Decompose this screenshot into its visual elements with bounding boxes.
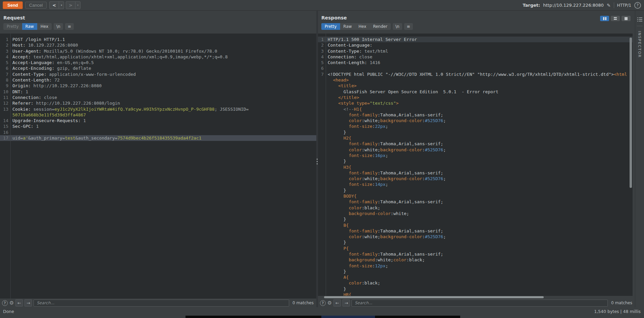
cancel-button[interactable]: Cancel	[25, 2, 47, 9]
response-search-input[interactable]	[352, 300, 608, 307]
code-line: font-family:Tahoma,Arial,sans-serif;	[318, 251, 633, 257]
search-help-icon[interactable]: ?	[2, 300, 8, 306]
line-number: 13	[0, 106, 10, 112]
code-line: 10DNT: 1	[0, 89, 316, 95]
search-next-button[interactable]: →	[342, 299, 350, 307]
code-line: 7Content-Type: application/x-www-form-ur…	[0, 71, 316, 77]
line-number	[318, 228, 326, 234]
layout-single-button[interactable]	[622, 16, 631, 21]
sidebar-separator	[637, 26, 643, 26]
tab-pretty[interactable]: Pretty	[3, 23, 22, 30]
edit-target-icon[interactable]: ✎	[607, 3, 611, 8]
response-match-count: 0 matches	[611, 301, 632, 305]
code-line: }	[318, 286, 633, 292]
line-number	[0, 112, 10, 118]
request-editor[interactable]: 1POST /login HTTP/1.12Host: 10.129.227.2…	[0, 34, 316, 299]
response-menu-icon[interactable]: ≡	[404, 23, 413, 30]
code-line: background-color:white;	[318, 211, 633, 216]
inspector-collapse-icon[interactable]	[637, 17, 642, 21]
inspector-label[interactable]: INSPECTOR	[637, 31, 642, 58]
code-line: font-size:12px;	[318, 263, 633, 269]
line-number: 4	[318, 54, 326, 60]
search-next-button[interactable]: →	[24, 299, 32, 307]
line-number: 3	[318, 48, 326, 54]
code-line: 16	[0, 129, 316, 135]
code-line: color:white;background-color:#525D76;	[318, 118, 633, 123]
tab-raw[interactable]: Raw	[22, 23, 37, 30]
request-search-bar: ? ⚙ ← → 0 matches	[0, 299, 316, 307]
code-line: font-family:Tahoma,Arial,sans-serif;	[318, 228, 633, 234]
request-match-count: 0 matches	[292, 301, 314, 305]
http-version-selector[interactable]: HTTP/1	[617, 3, 631, 8]
tab-render[interactable]: Render	[370, 23, 391, 30]
history-forward-split-button[interactable]: > ▾	[66, 1, 80, 9]
tab-hex[interactable]: Hex	[37, 23, 52, 30]
layout-buttons	[600, 16, 631, 21]
line-number: 16	[0, 129, 10, 135]
code-line: font-size:14px;	[318, 181, 633, 187]
line-number: 17	[0, 135, 10, 141]
line-number	[318, 112, 326, 118]
request-panel: Request PrettyRawHex \n ≡ 1POST /login H…	[0, 11, 316, 307]
code-line: color:black;	[318, 205, 633, 211]
line-number	[318, 176, 326, 181]
history-back-caret-icon[interactable]: ▾	[59, 2, 64, 9]
line-number	[318, 199, 326, 205]
layout-columns-button[interactable]	[600, 16, 609, 21]
tab-raw[interactable]: Raw	[340, 23, 355, 30]
send-button[interactable]: Send	[3, 1, 23, 9]
search-help-icon[interactable]: ?	[320, 300, 326, 306]
code-line: 12Referer: http://10.129.227.226:8080/lo…	[0, 100, 316, 106]
response-panel-title: Response	[321, 15, 347, 20]
code-line: 13Cookie: session=eyJ1c2VyX2lkIjoiYWRtaW…	[0, 106, 316, 112]
response-newline-toggle[interactable]: \n	[393, 23, 402, 30]
line-number	[318, 263, 326, 269]
code-line: A{	[318, 274, 633, 280]
tab-pretty[interactable]: Pretty	[321, 23, 340, 30]
line-number	[318, 106, 326, 112]
line-number	[318, 129, 326, 135]
response-editor[interactable]: 1HTTP/1.1 500 Internal Server Error2Cont…	[318, 34, 633, 299]
line-number: 8	[0, 77, 10, 83]
request-search-input[interactable]	[34, 300, 289, 307]
code-line: 4Accept: text/html,application/xhtml+xml…	[0, 54, 316, 60]
line-number	[318, 188, 326, 193]
gutter-separator	[10, 34, 11, 299]
code-line: 17uid=a'&auth_primary=test&auth_secondar…	[0, 135, 316, 141]
line-number	[318, 269, 326, 274]
code-line: font-family:Tahoma,Arial,sans-serif;	[318, 112, 633, 118]
search-settings-icon[interactable]: ⚙	[9, 301, 14, 306]
history-back-icon[interactable]: <	[50, 2, 59, 9]
code-line: color:white;background-color:#525D76;	[318, 234, 633, 240]
line-number	[318, 118, 326, 123]
layout-rows-button[interactable]	[611, 16, 620, 21]
divider-grip-icon[interactable]	[317, 159, 318, 164]
search-prev-button[interactable]: ←	[333, 299, 341, 307]
history-forward-icon[interactable]: >	[66, 2, 75, 9]
inspector-sidebar[interactable]: INSPECTOR	[635, 11, 644, 307]
toolbar-separator	[614, 2, 614, 8]
code-line: <style type="text/css">	[318, 100, 633, 106]
request-menu-icon[interactable]: ≡	[65, 23, 74, 30]
line-number	[318, 153, 326, 158]
request-newline-toggle[interactable]: \n	[54, 23, 63, 30]
tab-hex[interactable]: Hex	[355, 23, 370, 30]
response-horizontal-scrollbar[interactable]	[318, 296, 633, 299]
search-prev-button[interactable]: ←	[15, 299, 23, 307]
line-number	[318, 234, 326, 240]
history-back-split-button[interactable]: < ▾	[49, 1, 64, 9]
code-line: color:white;background-color:#525D76;	[318, 147, 633, 153]
search-settings-icon[interactable]: ⚙	[327, 301, 332, 306]
response-vertical-scrollbar[interactable]	[630, 38, 632, 188]
code-line: }	[318, 269, 633, 274]
gutter-separator	[326, 34, 326, 299]
line-number	[318, 240, 326, 245]
code-line: font-size:22px;	[318, 123, 633, 129]
code-line: 5Accept-Language: en-US,en;q=0.5	[0, 60, 316, 65]
line-number: 5	[318, 60, 326, 65]
scrollbar-thumb[interactable]	[324, 296, 544, 298]
history-forward-caret-icon[interactable]: ▾	[75, 2, 80, 9]
help-icon[interactable]: ?	[634, 2, 641, 9]
burp-repeater-window: Send Cancel < ▾ > ▾ Target: http://10.12…	[0, 0, 644, 318]
code-line: <title>	[318, 83, 633, 89]
